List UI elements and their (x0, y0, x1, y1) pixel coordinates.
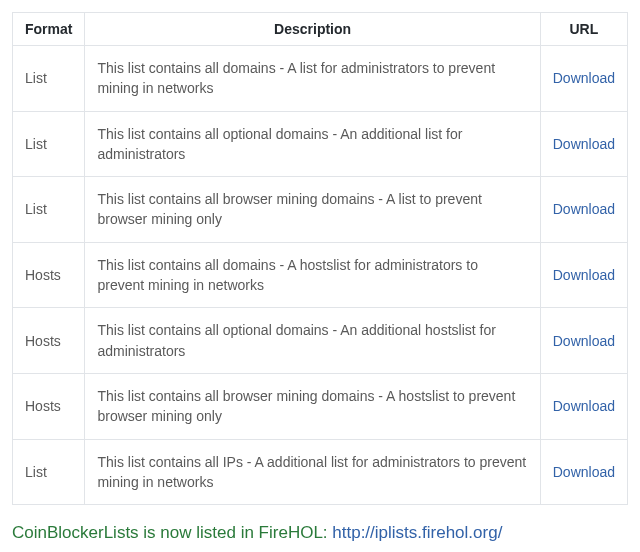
firehol-main-link[interactable]: http://iplists.firehol.org/ (332, 523, 502, 542)
cell-format: List (13, 177, 85, 243)
download-link[interactable]: Download (553, 201, 615, 217)
header-format: Format (13, 13, 85, 46)
cell-description: This list contains all browser mining do… (85, 373, 540, 439)
download-link[interactable]: Download (553, 398, 615, 414)
download-link[interactable]: Download (553, 70, 615, 86)
download-link[interactable]: Download (553, 464, 615, 480)
cell-url: Download (540, 177, 627, 243)
cell-url: Download (540, 439, 627, 505)
table-row: Hosts This list contains all domains - A… (13, 242, 628, 308)
cell-format: List (13, 46, 85, 112)
table-row: List This list contains all browser mini… (13, 177, 628, 243)
table-row: Hosts This list contains all browser min… (13, 373, 628, 439)
cell-url: Download (540, 111, 627, 177)
cell-description: This list contains all domains - A list … (85, 46, 540, 112)
cell-description: This list contains all IPs - A additiona… (85, 439, 540, 505)
cell-format: Hosts (13, 242, 85, 308)
cell-url: Download (540, 46, 627, 112)
table-row: Hosts This list contains all optional do… (13, 308, 628, 374)
blocklist-table: Format Description URL List This list co… (12, 12, 628, 505)
heading-prefix: CoinBlockerLists is now listed in FireHO… (12, 523, 332, 542)
table-row: List This list contains all IPs - A addi… (13, 439, 628, 505)
cell-description: This list contains all optional domains … (85, 308, 540, 374)
cell-description: This list contains all optional domains … (85, 111, 540, 177)
cell-url: Download (540, 242, 627, 308)
cell-format: Hosts (13, 308, 85, 374)
cell-description: This list contains all browser mining do… (85, 177, 540, 243)
cell-description: This list contains all domains - A hosts… (85, 242, 540, 308)
cell-format: List (13, 439, 85, 505)
firehol-heading: CoinBlockerLists is now listed in FireHO… (12, 523, 628, 543)
cell-url: Download (540, 373, 627, 439)
cell-format: List (13, 111, 85, 177)
cell-url: Download (540, 308, 627, 374)
table-row: List This list contains all optional dom… (13, 111, 628, 177)
header-description: Description (85, 13, 540, 46)
header-url: URL (540, 13, 627, 46)
download-link[interactable]: Download (553, 136, 615, 152)
table-row: List This list contains all domains - A … (13, 46, 628, 112)
cell-format: Hosts (13, 373, 85, 439)
download-link[interactable]: Download (553, 267, 615, 283)
table-header-row: Format Description URL (13, 13, 628, 46)
download-link[interactable]: Download (553, 333, 615, 349)
